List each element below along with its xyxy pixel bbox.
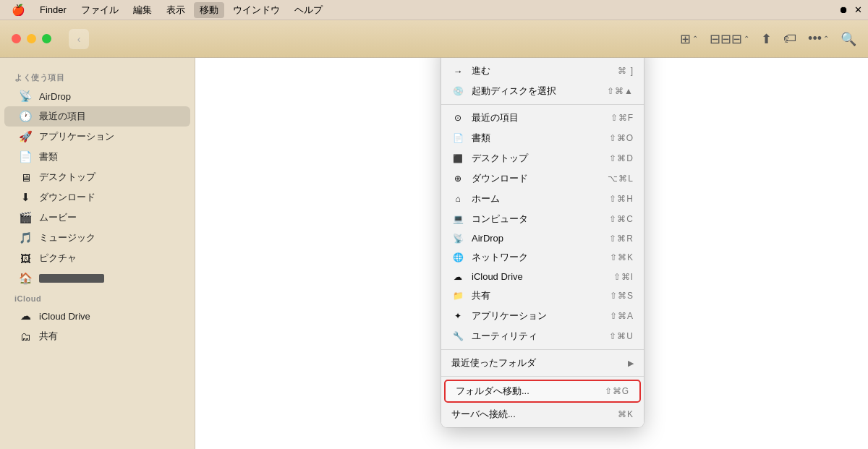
menu-item-goto-folder-label: フォルダへ移動... (456, 385, 597, 398)
menu-item-airdrop-label: AirDrop (472, 233, 602, 244)
share-button[interactable]: ⬆ (761, 31, 772, 47)
icloud-drive-icon: ☁ (19, 309, 32, 322)
sidebar-item-shared[interactable]: 🗂 共有 (4, 326, 190, 346)
menu-item-applications-label: アプリケーション (472, 309, 603, 322)
sidebar-item-pictures[interactable]: 🖼 ピクチャ (4, 248, 190, 268)
menu-item-startup-disk[interactable]: 💿 起動ディスクを選択 ⇧⌘▲ (441, 81, 644, 101)
menu-item-icloud-drive-shortcut: ⇧⌘I (613, 272, 634, 282)
menu-item-goto-folder[interactable]: フォルダへ移動... ⇧⌘G (446, 381, 639, 401)
menu-item-home[interactable]: ⌂ ホーム ⇧⌘H (441, 189, 644, 209)
menu-view[interactable]: 表示 (161, 2, 191, 18)
menu-item-utilities-label: ユーティリティ (472, 330, 602, 343)
menu-item-goto-folder-shortcut: ⇧⌘G (605, 386, 629, 396)
separator-3 (441, 376, 644, 377)
apple-menu[interactable]: 🍎 (6, 4, 31, 17)
more-chevron-icon: ⌃ (823, 35, 829, 43)
menu-item-desktop[interactable]: ⬛ デスクトップ ⇧⌘D (441, 148, 644, 168)
menu-item-startup-disk-shortcut: ⇧⌘▲ (607, 86, 634, 96)
more-icon: ••• (808, 31, 822, 46)
sidebar-label-pictures: ピクチャ (39, 252, 77, 265)
menu-item-applications-shortcut: ⇧⌘A (610, 311, 634, 321)
sidebar-item-applications[interactable]: 🚀 アプリケーション (4, 127, 190, 147)
menu-file[interactable]: ファイル (75, 2, 124, 18)
view-grid-icon: ⊞ (680, 31, 691, 47)
menu-item-icloud-drive[interactable]: ☁ iCloud Drive ⇧⌘I (441, 268, 644, 286)
sidebar-section-favorites: よく使う項目 (0, 67, 195, 86)
close-button[interactable] (12, 34, 21, 43)
recents-menu-icon: ⊙ (451, 113, 464, 123)
main-content: ← 戻る ⌘ [ → 進む ⌘ ] 💿 起動ディスクを選択 ⇧⌘▲ ⊙ (195, 58, 868, 449)
desktop-icon: 🖥 (19, 171, 32, 184)
sidebar-item-downloads[interactable]: ⬇ ダウンロード (4, 187, 190, 208)
sidebar-item-desktop[interactable]: 🖥 デスクトップ (4, 167, 190, 187)
sidebar-item-documents[interactable]: 📄 書類 (4, 147, 190, 167)
sidebar-item-recents[interactable]: 🕐 最近の項目 (4, 106, 190, 127)
menu-item-documents-shortcut: ⇧⌘O (609, 133, 634, 143)
menu-item-shared[interactable]: 📁 共有 ⇧⌘S (441, 286, 644, 306)
menu-item-goto-folder-wrapper: フォルダへ移動... ⇧⌘G (444, 380, 641, 403)
tag-button[interactable]: 🏷 (783, 31, 796, 46)
sidebar-item-music[interactable]: 🎵 ミュージック (4, 228, 190, 248)
menu-edit[interactable]: 編集 (127, 2, 158, 18)
view-gallery-icon: ⊟⊟⊟ (710, 31, 742, 47)
menu-bar-icon-record: ⏺ (839, 4, 848, 15)
menu-item-airdrop[interactable]: 📡 AirDrop ⇧⌘R (441, 229, 644, 247)
title-bar: ‹ ⊞ ⌃ ⊟⊟⊟ ⌃ ⬆ 🏷 ••• ⌃ 🔍 (0, 20, 868, 58)
share-icon: ⬆ (761, 31, 772, 47)
menu-item-network[interactable]: 🌐 ネットワーク ⇧⌘K (441, 247, 644, 268)
menu-item-computer[interactable]: 💻 コンピュータ ⇧⌘C (441, 209, 644, 229)
view-gallery-button[interactable]: ⊟⊟⊟ ⌃ (710, 31, 749, 47)
separator-1 (441, 104, 644, 105)
menu-item-recent-folders[interactable]: 最近使ったフォルダ ▶ (441, 353, 644, 373)
menu-item-downloads-shortcut: ⌥⌘L (608, 174, 634, 184)
menu-item-forward-label: 進む (472, 64, 610, 77)
forward-icon: → (451, 66, 464, 77)
menu-item-documents-label: 書類 (472, 132, 602, 145)
sidebar-item-icloud-drive[interactable]: ☁ iCloud Drive (4, 306, 190, 326)
tag-icon: 🏷 (783, 31, 796, 46)
minimize-button[interactable] (27, 34, 36, 43)
more-button[interactable]: ••• ⌃ (808, 31, 829, 46)
back-button[interactable]: ‹ (69, 29, 89, 49)
view-grid-button[interactable]: ⊞ ⌃ (680, 31, 698, 47)
sidebar-item-airdrop[interactable]: 📡 AirDrop (4, 86, 190, 106)
menu-finder[interactable]: Finder (34, 3, 72, 17)
menu-item-downloads[interactable]: ⊕ ダウンロード ⌥⌘L (441, 168, 644, 189)
downloads-menu-icon: ⊕ (451, 174, 464, 184)
search-button[interactable]: 🔍 (841, 31, 856, 47)
menu-item-connect-server[interactable]: サーバへ接続... ⌘K (441, 404, 644, 424)
menu-item-recents-shortcut: ⇧⌘F (610, 113, 634, 123)
menu-item-utilities[interactable]: 🔧 ユーティリティ ⇧⌘U (441, 326, 644, 346)
menu-item-applications[interactable]: ✦ アプリケーション ⇧⌘A (441, 306, 644, 326)
airdrop-icon: 📡 (19, 90, 32, 103)
utilities-menu-icon: 🔧 (451, 331, 464, 341)
airdrop-menu-icon: 📡 (451, 234, 464, 244)
maximize-button[interactable] (42, 34, 51, 43)
sidebar-label-documents: 書類 (39, 150, 58, 163)
icloud-drive-menu-icon: ☁ (451, 272, 464, 282)
sidebar-item-home[interactable]: 🏠 (4, 268, 190, 288)
menu-item-recents[interactable]: ⊙ 最近の項目 ⇧⌘F (441, 108, 644, 128)
menu-item-home-label: ホーム (472, 192, 602, 205)
startup-disk-icon: 💿 (451, 86, 464, 96)
menu-item-utilities-shortcut: ⇧⌘U (609, 331, 634, 341)
menu-item-forward[interactable]: → 進む ⌘ ] (441, 61, 644, 81)
view-chevron-icon: ⌃ (692, 35, 698, 43)
sidebar-item-movies[interactable]: 🎬 ムービー (4, 208, 190, 228)
computer-menu-icon: 💻 (451, 214, 464, 224)
sidebar-label-movies: ムービー (39, 211, 77, 224)
shared-icon: 🗂 (19, 330, 32, 343)
sidebar-label-recents: 最近の項目 (39, 110, 86, 123)
home-icon: 🏠 (19, 272, 32, 285)
menu-bar-icon-wifi: ✕ (854, 4, 862, 15)
menu-item-startup-disk-label: 起動ディスクを選択 (472, 85, 600, 98)
sidebar-label-airdrop: AirDrop (39, 91, 71, 102)
menu-help[interactable]: ヘルプ (289, 2, 328, 18)
menu-window[interactable]: ウインドウ (227, 2, 286, 18)
menu-item-documents[interactable]: 📄 書類 ⇧⌘O (441, 128, 644, 148)
search-icon: 🔍 (841, 31, 856, 47)
sidebar-label-downloads: ダウンロード (39, 191, 95, 204)
shared-menu-icon: 📁 (451, 291, 464, 301)
sidebar: よく使う項目 📡 AirDrop 🕐 最近の項目 🚀 アプリケーション 📄 書類… (0, 58, 195, 449)
menu-go[interactable]: 移動 (194, 2, 224, 18)
